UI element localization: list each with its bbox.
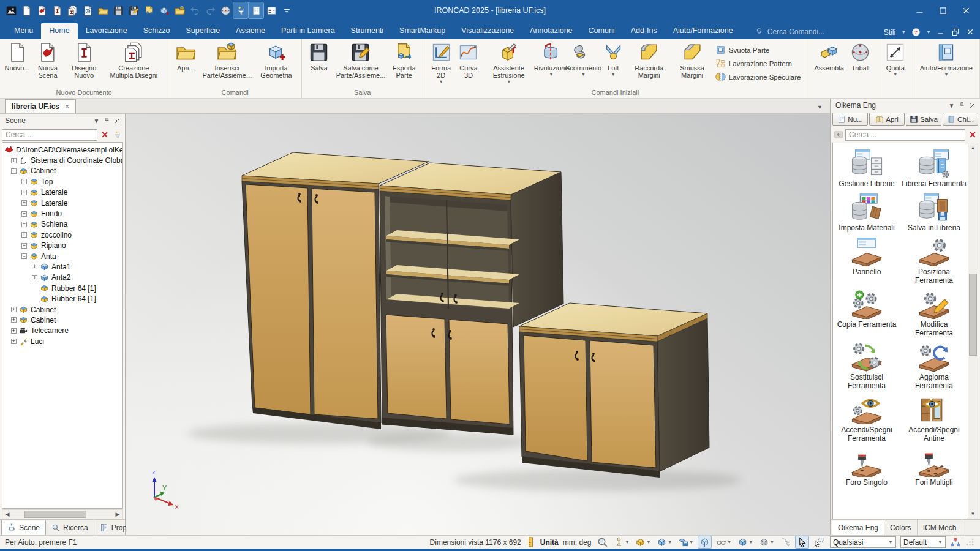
menu-tab-menu[interactable]: Menu <box>6 23 41 39</box>
ribbon-button-loft[interactable]: Loft▼ <box>600 42 627 77</box>
tree-item-anta2[interactable]: +Anta2 <box>2 272 123 283</box>
catalog-item-copia-ferramenta[interactable]: Copia Ferramenta <box>833 290 900 337</box>
catalog-item-fori-multipli[interactable]: Fori Multipli <box>900 448 968 487</box>
tree-item-cabinet[interactable]: +Cabinet <box>2 315 123 325</box>
tree-item-anta[interactable]: -Anta <box>2 251 123 261</box>
ribbon-button-importa-geometria[interactable]: Importa Geometria <box>255 42 298 80</box>
command-search[interactable]: Cerca Comandi... <box>755 27 824 36</box>
catalog-item-accendi-spegni-antine[interactable]: Accendi/Spegni Antine <box>900 395 968 443</box>
tree-item-rubber-64-1-[interactable]: +Rubber 64 [1] <box>2 283 123 293</box>
viewport-3d[interactable]: z x Y <box>126 114 830 535</box>
status-glasses-button[interactable]: ▼ <box>714 536 733 549</box>
menu-tab-comuni[interactable]: Comuni <box>581 23 623 39</box>
catalog-search-input[interactable]: Cerca ... <box>845 129 965 141</box>
ribbon-button-smussa-margini[interactable]: Smussa Margini <box>671 42 713 80</box>
menu-tab-superficie[interactable]: Superficie <box>178 23 228 39</box>
menu-tab-aiuto-formazione[interactable]: Aiuto/Formazione <box>665 23 741 39</box>
mdi-minimize-icon[interactable] <box>937 28 946 37</box>
tree-item-ripiano[interactable]: +Ripiano <box>2 241 123 251</box>
quick-access-export-part[interactable] <box>141 2 156 18</box>
panel-pin-icon[interactable] <box>102 116 112 126</box>
ribbon-button-salva-come-parte-assieme-[interactable]: Salva come Parte/Assieme... <box>333 42 389 80</box>
ribbon-button-disegno-nuovo[interactable]: Disegno Nuovo <box>65 42 103 80</box>
tree-item-anta1[interactable]: +Anta1 <box>2 261 123 272</box>
tree-expander-icon[interactable]: + <box>21 211 27 217</box>
tree-expander-icon[interactable]: + <box>21 200 27 206</box>
quick-access-save-as[interactable] <box>126 2 141 18</box>
catalog-item-pannello[interactable]: Pannello <box>833 238 900 285</box>
tree-item-cabinet[interactable]: -Cabinet <box>2 166 123 176</box>
quick-access-new-drawing[interactable] <box>50 2 64 18</box>
ribbon-button-scorrimento[interactable]: Scorrimento▼ <box>567 42 600 77</box>
quick-access-open-folder[interactable] <box>96 2 110 18</box>
tree-expander-icon[interactable]: + <box>21 243 27 249</box>
status-shaded-box-button[interactable] <box>698 536 712 549</box>
maximize-button[interactable] <box>932 2 953 18</box>
ribbon-button-aiuto-formazione[interactable]: Aiuto/Formazione▼ <box>917 42 976 77</box>
catalog-item-libreria-ferramenta[interactable]: Libreria Ferramenta <box>900 149 968 188</box>
status-lamp-button[interactable]: ▼ <box>612 536 631 549</box>
tree-item-telecamere[interactable]: +Telecamere <box>2 326 123 336</box>
tree-item-sistema-di-coordinate-globali[interactable]: +Sistema di Coordinate Globali <box>2 155 123 165</box>
quick-access-insert-part[interactable] <box>172 2 187 18</box>
catalog-back-icon[interactable] <box>832 129 844 141</box>
tree-expander-icon[interactable]: + <box>11 317 17 323</box>
status-cube-blue-button[interactable]: ▼ <box>655 536 674 549</box>
catalog-scrollbar[interactable]: ▲ ▼ <box>968 143 978 519</box>
tree-item-cabinet[interactable]: +Cabinet <box>2 304 123 315</box>
catalog-item-foro-singolo[interactable]: Foro Singolo <box>833 448 900 487</box>
ribbon-button-creazione-multipla-disegni[interactable]: Creazione Multipla Disegni <box>103 42 164 80</box>
catalog-dropdown-icon[interactable]: ▼ <box>946 100 957 110</box>
ribbon-button-lavorazione-speculare[interactable]: Lavorazione Speculare <box>715 72 801 82</box>
document-tab[interactable]: libreria UF.ics × <box>5 99 76 113</box>
ribbon-button-curva-3d[interactable]: Curva 3D <box>455 42 482 80</box>
menu-tab-smartmarkup[interactable]: SmartMarkup <box>391 23 453 39</box>
selection-filter-select[interactable]: Qualsiasi▼ <box>830 536 896 548</box>
scroll-right-icon[interactable]: ▶ <box>113 511 123 517</box>
catalog-item-sostituisci-ferramenta[interactable]: Sostituisci Ferramenta <box>833 343 900 390</box>
menu-tab-assieme[interactable]: Assieme <box>228 23 273 39</box>
catalog-toolbar-apri[interactable]: Apri <box>869 113 905 126</box>
menu-tab-lavorazione[interactable]: Lavorazione <box>78 23 135 39</box>
tree-expander-icon[interactable]: + <box>21 179 27 184</box>
close-button[interactable] <box>956 2 976 18</box>
ribbon-button-esporta-parte[interactable]: Esporta Parte <box>389 42 419 80</box>
document-tab-close-icon[interactable]: × <box>65 102 69 111</box>
ribbon-button-triball[interactable]: Triball <box>847 42 874 72</box>
menu-tab-strumenti[interactable]: Strumenti <box>343 23 392 39</box>
tree-item-laterale[interactable]: +Laterale <box>2 187 123 198</box>
catalog-tab-icm-mech[interactable]: ICM Mech <box>918 520 963 535</box>
quick-access-app-logo[interactable] <box>4 2 18 18</box>
styles-menu[interactable]: Stili <box>884 28 895 37</box>
tree-expander-icon[interactable]: + <box>21 232 27 238</box>
ribbon-button-salva[interactable]: Salva <box>306 42 333 72</box>
tree-item-rubber-64-1-[interactable]: +Rubber 64 [1] <box>2 293 123 304</box>
tree-item-top[interactable]: +Top <box>2 176 123 187</box>
ribbon-button-lavorazione-pattern[interactable]: Lavorazione Pattern <box>715 58 801 69</box>
panel-dropdown-icon[interactable]: ▼ <box>91 116 102 126</box>
ribbon-button-raccorda-margini[interactable]: Raccorda Margini <box>627 42 671 80</box>
status-cube-gray-button[interactable]: ▼ <box>757 536 776 549</box>
scene-search-input[interactable]: Cerca ... <box>2 129 97 141</box>
quick-access-new-doc[interactable] <box>19 2 34 18</box>
scroll-down-icon[interactable]: ▼ <box>971 509 976 519</box>
scene-search-clear-icon[interactable] <box>99 129 110 141</box>
tree-expander-icon[interactable]: + <box>11 158 17 163</box>
ribbon-button-quota[interactable]: Quota▼ <box>882 42 909 77</box>
minimize-button[interactable] <box>909 2 930 18</box>
status-render-save-button[interactable]: ▼ <box>676 536 695 549</box>
menu-tab-add-ins[interactable]: Add-Ins <box>623 23 665 39</box>
tree-expander-icon[interactable]: - <box>21 253 27 259</box>
mdi-close-icon[interactable] <box>966 28 975 37</box>
help-icon[interactable]: ? <box>911 28 921 37</box>
catalog-item-imposta-materiali[interactable]: Imposta Materiali <box>833 193 900 232</box>
tree-expander-icon[interactable]: - <box>11 168 17 174</box>
ribbon-button-inserisci-parte-assieme-[interactable]: Inserisci Parte/Assieme... <box>199 42 255 80</box>
menu-tab-visualizzazione[interactable]: Visualizzazione <box>453 23 522 39</box>
tree-expander-icon[interactable]: + <box>11 307 17 312</box>
panel-tab-scene[interactable]: Scene <box>1 520 46 535</box>
configuration-select[interactable]: Default▼ <box>900 536 946 548</box>
status-cube-blue-button[interactable]: ▼ <box>736 536 755 549</box>
ribbon-button-nuovo-[interactable]: Nuovo... <box>4 42 31 72</box>
quick-access-import-geometry[interactable] <box>157 2 172 18</box>
